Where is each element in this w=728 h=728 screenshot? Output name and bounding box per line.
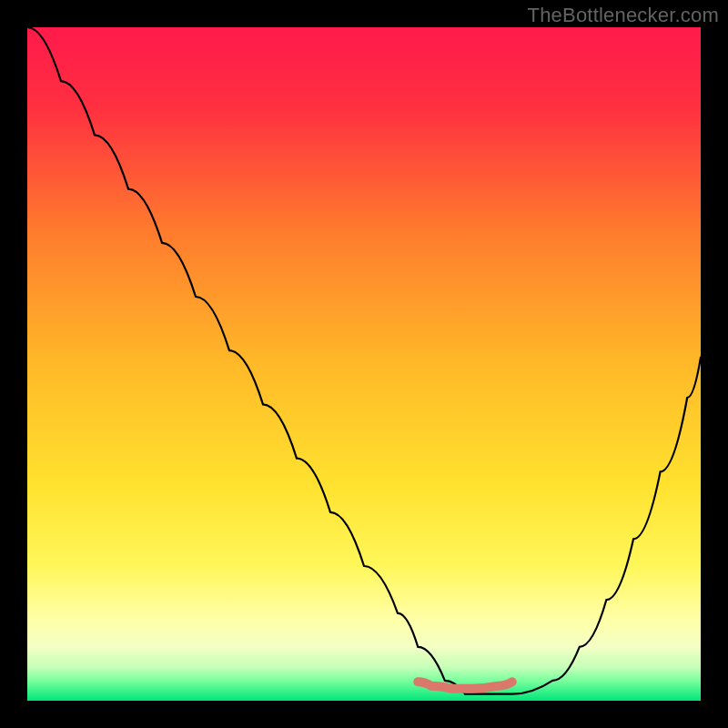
gradient-background bbox=[27, 27, 701, 701]
watermark-text: TheBottlenecker.com bbox=[528, 4, 719, 27]
bottleneck-chart bbox=[27, 27, 701, 701]
chart-frame bbox=[27, 27, 701, 701]
